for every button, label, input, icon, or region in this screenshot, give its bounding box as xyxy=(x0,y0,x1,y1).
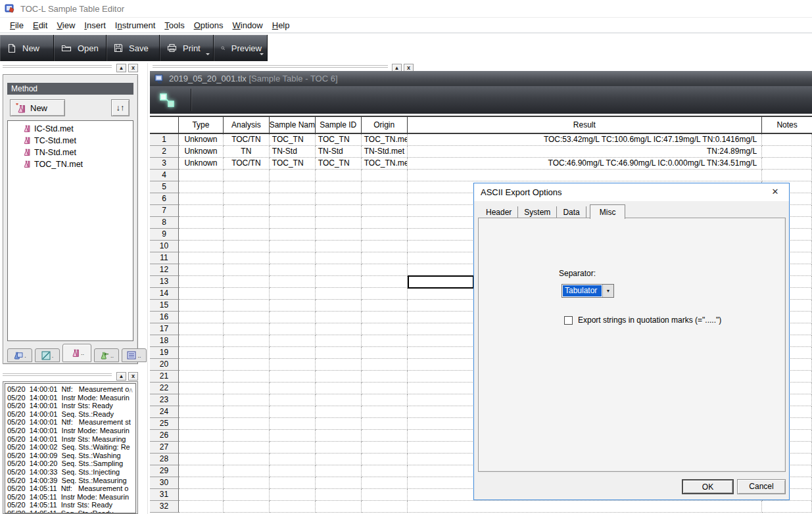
analysis-cell[interactable] xyxy=(224,241,270,252)
type-cell[interactable] xyxy=(179,217,224,229)
tab-data[interactable]: Data xyxy=(557,206,586,218)
print-button[interactable]: Print xyxy=(160,35,214,61)
menu-item[interactable]: Insert xyxy=(80,18,110,32)
analysis-cell[interactable] xyxy=(224,383,270,394)
row-number-cell[interactable]: 19 xyxy=(150,347,179,359)
selected-cell[interactable] xyxy=(408,275,474,289)
type-cell[interactable] xyxy=(179,406,224,418)
result-header[interactable]: Result xyxy=(408,117,762,133)
menu-item[interactable]: Edit xyxy=(28,18,52,32)
log-list[interactable]: 05/20 14:00:01 Ntf: Measurement o 05/20 … xyxy=(5,383,136,513)
origin-header[interactable]: Origin xyxy=(362,117,408,133)
origin-cell[interactable] xyxy=(362,465,408,477)
analysis-cell[interactable] xyxy=(224,454,270,465)
row-number-cell[interactable]: 12 xyxy=(150,264,179,276)
sample-name-cell[interactable] xyxy=(270,288,316,300)
menu-item[interactable]: View xyxy=(52,18,80,32)
row-number-cell[interactable]: 1 xyxy=(150,134,179,146)
type-cell[interactable] xyxy=(179,229,224,241)
sample-name-cell[interactable] xyxy=(270,454,316,465)
sample-name-cell[interactable] xyxy=(270,229,316,241)
origin-cell[interactable] xyxy=(362,442,408,454)
open-button[interactable]: Open xyxy=(54,35,107,61)
type-cell[interactable] xyxy=(179,489,224,501)
sample-name-cell[interactable] xyxy=(270,347,316,359)
sample-id-cell[interactable]: TN-Std xyxy=(316,146,362,158)
menu-item[interactable]: Options xyxy=(189,18,228,32)
method-list-item[interactable]: TN-Std.met xyxy=(8,147,133,158)
row-number-cell[interactable]: 2 xyxy=(150,146,179,158)
preview-button[interactable]: Preview xyxy=(214,35,268,61)
notes-header[interactable]: Notes xyxy=(762,117,812,133)
row-number-cell[interactable]: 10 xyxy=(150,241,179,252)
origin-cell[interactable] xyxy=(362,477,408,489)
sample-name-cell[interactable] xyxy=(270,170,316,181)
type-cell[interactable] xyxy=(179,359,224,371)
sample-name-cell[interactable] xyxy=(270,501,316,513)
sample-name-cell[interactable] xyxy=(270,465,316,477)
type-cell[interactable] xyxy=(179,241,224,252)
result-cell[interactable] xyxy=(408,501,762,513)
sample-id-cell[interactable] xyxy=(316,288,362,300)
method-list[interactable]: IC-Std.met TC-Std.met TN-Std.met xyxy=(7,120,133,341)
tab-sample-table[interactable]: . xyxy=(7,348,32,362)
sample-name-cell[interactable] xyxy=(270,276,316,288)
type-header[interactable]: Type xyxy=(179,117,224,133)
analysis-header[interactable]: Analysis xyxy=(224,117,270,133)
tab-system[interactable]: System xyxy=(518,206,557,218)
sample-name-cell[interactable] xyxy=(270,205,316,217)
dialog-close-icon[interactable]: ✕ xyxy=(767,185,784,199)
method-dock-close-button[interactable]: x xyxy=(128,64,138,72)
sample-id-cell[interactable] xyxy=(316,252,362,264)
sample-id-cell[interactable] xyxy=(316,276,362,288)
method-dock-collapse-button[interactable]: ▲ xyxy=(116,64,126,72)
type-cell[interactable] xyxy=(179,300,224,312)
type-cell[interactable] xyxy=(179,383,224,394)
sample-id-cell[interactable] xyxy=(316,193,362,205)
tab-header[interactable]: Header xyxy=(480,206,518,218)
doc-toolbar-gripper[interactable] xyxy=(153,64,388,69)
analysis-cell[interactable] xyxy=(224,335,270,347)
origin-cell[interactable] xyxy=(362,371,408,383)
type-cell[interactable] xyxy=(179,181,224,193)
sample-id-cell[interactable] xyxy=(316,359,362,371)
analysis-cell[interactable] xyxy=(224,300,270,312)
result-cell[interactable] xyxy=(408,170,762,181)
sample-name-cell[interactable] xyxy=(270,477,316,489)
origin-cell[interactable] xyxy=(362,312,408,323)
method-sort-button[interactable]: ↓↑ xyxy=(111,99,130,116)
analysis-cell[interactable] xyxy=(224,193,270,205)
sample-name-cell[interactable] xyxy=(270,383,316,394)
tab-misc[interactable]: Misc xyxy=(590,204,626,219)
row-number-cell[interactable]: 21 xyxy=(150,371,179,383)
analysis-cell[interactable] xyxy=(224,489,270,501)
analysis-cell[interactable]: TOC/TN xyxy=(224,158,270,170)
origin-cell[interactable] xyxy=(362,394,408,406)
type-cell[interactable] xyxy=(179,442,224,454)
method-list-item[interactable]: TOC_TN.met xyxy=(8,158,133,170)
type-cell[interactable] xyxy=(179,335,224,347)
sample-name-cell[interactable] xyxy=(270,300,316,312)
origin-cell[interactable] xyxy=(362,430,408,442)
type-cell[interactable] xyxy=(179,477,224,489)
origin-cell[interactable] xyxy=(362,501,408,513)
log-dock-gripper[interactable] xyxy=(3,372,112,377)
sample-id-cell[interactable] xyxy=(316,229,362,241)
notes-cell[interactable] xyxy=(762,146,812,158)
sample-id-cell[interactable]: TOC_TN xyxy=(316,158,362,170)
row-number-cell[interactable]: 9 xyxy=(150,229,179,241)
analysis-cell[interactable] xyxy=(224,371,270,383)
new-method-button[interactable]: New xyxy=(10,99,65,116)
type-cell[interactable] xyxy=(179,465,224,477)
sample-name-cell[interactable] xyxy=(270,264,316,276)
origin-cell[interactable] xyxy=(362,418,408,430)
method-list-item[interactable]: TC-Std.met xyxy=(8,135,133,147)
analysis-cell[interactable] xyxy=(224,276,270,288)
analysis-cell[interactable] xyxy=(224,205,270,217)
type-cell[interactable] xyxy=(179,288,224,300)
sample-name-cell[interactable] xyxy=(270,217,316,229)
sample-name-cell[interactable] xyxy=(270,312,316,323)
origin-cell[interactable] xyxy=(362,264,408,276)
sample-id-cell[interactable] xyxy=(316,300,362,312)
sample-name-cell[interactable] xyxy=(270,394,316,406)
